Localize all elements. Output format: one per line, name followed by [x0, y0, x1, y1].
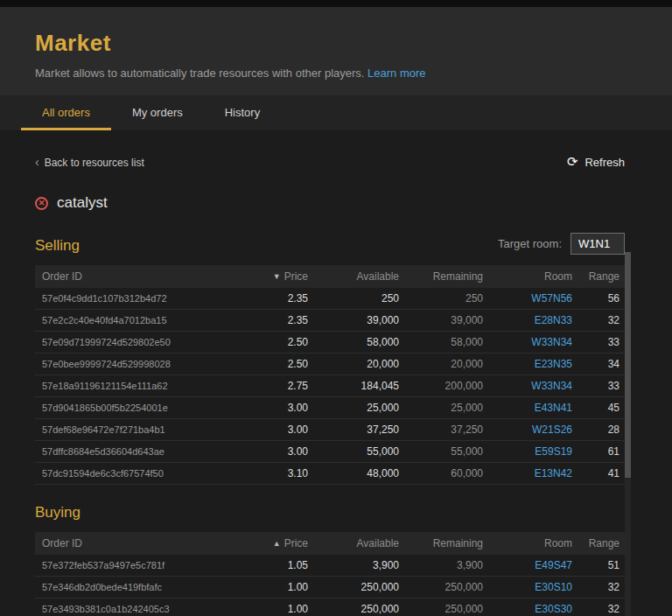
range-cell: 32 [574, 314, 625, 326]
price-cell: 1.00 [243, 581, 310, 593]
catalyst-icon: ✕ [35, 197, 48, 210]
remaining-cell: 20,000 [401, 358, 485, 370]
order-id-cell: 57d9041865b00f5b2254001e [35, 402, 243, 413]
room-cell: E28N33 [485, 314, 574, 326]
subtitle-text: Market allows to automatically trade res… [35, 66, 364, 80]
room-link[interactable]: W21S26 [532, 424, 572, 436]
toolbar-row: ‹Back to resources list ⟳ Refresh [35, 154, 625, 170]
remaining-cell: 250,000 [401, 603, 485, 615]
room-link[interactable]: E30S10 [535, 581, 572, 593]
order-id-cell: 57e0f4c9dd1c107b312b4d72 [35, 293, 243, 304]
price-cell: 3.00 [243, 402, 310, 414]
room-link[interactable]: E13N42 [535, 467, 572, 480]
resource-row: ✕ catalyst [35, 194, 625, 212]
available-cell: 250,000 [310, 581, 401, 593]
room-cell: W33N34 [485, 336, 574, 348]
content-area: ‹Back to resources list ⟳ Refresh ✕ cata… [0, 154, 672, 616]
available-cell: 39,000 [310, 314, 401, 326]
available-cell: 3,900 [310, 559, 401, 571]
room-cell: E13N42 [485, 467, 574, 480]
table-row: 57e2c2c40e40fd4a7012ba15 2.35 39,000 39,… [35, 310, 625, 332]
range-cell: 33 [574, 380, 625, 392]
selling-title: Selling [35, 237, 80, 255]
sort-caret-icon: ▼ [273, 272, 281, 281]
page-title: Market [35, 30, 637, 57]
table-row: 57e0bee9999724d529998028 2.50 20,000 20,… [35, 354, 625, 375]
range-cell: 41 [574, 467, 625, 480]
room-cell: E30S10 [485, 581, 574, 593]
chevron-left-icon: ‹ [35, 155, 39, 169]
room-cell: E23N35 [485, 358, 574, 370]
selling-table-header: Order ID ▼Price Available Remaining Room… [35, 265, 625, 288]
column-header-remaining: Remaining [401, 270, 485, 283]
scrollbar-thumb[interactable] [625, 252, 631, 478]
order-id-cell: 57e09d71999724d529802e50 [35, 337, 243, 347]
order-id-cell: 57e0bee9999724d529998028 [35, 359, 243, 369]
room-cell: W21S26 [485, 424, 574, 436]
price-cell: 2.35 [243, 292, 310, 304]
available-cell: 37,250 [310, 424, 401, 436]
room-cell: E49S47 [485, 559, 574, 571]
room-link[interactable]: W33N34 [531, 336, 572, 348]
column-header-available: Available [310, 270, 401, 283]
vertical-scrollbar[interactable] [625, 252, 631, 616]
price-cell: 2.75 [243, 380, 310, 392]
table-row: 57e346db2d0bede419fbfafc 1.00 250,000 25… [35, 577, 625, 598]
room-cell: W57N56 [485, 292, 574, 304]
column-header-room: Room [485, 537, 574, 550]
back-link-label: Back to resources list [45, 157, 144, 169]
target-room-input[interactable] [570, 233, 625, 255]
available-cell: 250,000 [310, 603, 401, 615]
room-link[interactable]: W57N56 [531, 292, 572, 304]
top-strip [0, 0, 672, 7]
order-id-cell: 57e3493b381c0a1b242405c3 [35, 604, 243, 614]
order-id-cell: 57def68e96472e7f271ba4b1 [35, 424, 243, 435]
range-cell: 33 [574, 336, 625, 348]
column-header-price[interactable]: ▲Price [243, 537, 310, 550]
learn-more-link[interactable]: Learn more [368, 66, 425, 80]
remaining-cell: 55,000 [401, 445, 485, 458]
room-link[interactable]: W33N34 [531, 380, 572, 392]
price-cell: 3.00 [243, 424, 310, 436]
price-cell: 2.50 [243, 336, 310, 348]
order-id-cell: 57e346db2d0bede419fbfafc [35, 582, 243, 592]
range-cell: 56 [574, 292, 625, 304]
range-cell: 32 [574, 603, 625, 615]
table-row: 57def68e96472e7f271ba4b1 3.00 37,250 37,… [35, 419, 625, 441]
tab-bar: All orders My orders History [0, 95, 672, 131]
tab-all-orders[interactable]: All orders [21, 95, 111, 130]
table-row: 57e372feb537a9497e5c781f 1.05 3,900 3,90… [35, 555, 625, 577]
room-link[interactable]: E23N35 [535, 358, 572, 370]
order-id-cell: 57dffc8684e5d36604d643ae [35, 446, 243, 457]
price-cell: 3.00 [243, 445, 310, 458]
target-room-label: Target room: [498, 237, 562, 250]
back-to-resources-link[interactable]: ‹Back to resources list [35, 155, 144, 169]
refresh-icon: ⟳ [567, 154, 578, 170]
tab-history[interactable]: History [204, 95, 281, 130]
table-row: 57d9041865b00f5b2254001e 3.00 25,000 25,… [35, 397, 625, 419]
buying-table-header: Order ID ▲Price Available Remaining Room… [35, 532, 625, 555]
available-cell: 184,045 [310, 380, 401, 392]
room-link[interactable]: E49S47 [535, 559, 572, 571]
column-header-price[interactable]: ▼Price [243, 270, 310, 283]
refresh-button[interactable]: ⟳ Refresh [567, 154, 625, 170]
remaining-cell: 3,900 [401, 559, 485, 571]
room-link[interactable]: E28N33 [535, 314, 572, 326]
room-link[interactable]: E43N41 [535, 402, 572, 414]
resource-name: catalyst [57, 194, 108, 212]
remaining-cell: 58,000 [401, 336, 485, 348]
tab-my-orders[interactable]: My orders [111, 95, 204, 130]
price-header-label: Price [284, 270, 308, 283]
available-cell: 55,000 [310, 445, 401, 458]
target-room-group: Target room: [498, 233, 625, 255]
remaining-cell: 250,000 [401, 581, 485, 593]
order-id-cell: 57e18a91196121154e111a62 [35, 381, 243, 391]
room-cell: W33N34 [485, 380, 574, 392]
column-header-range: Range [574, 537, 625, 550]
room-link[interactable]: E59S19 [535, 445, 572, 458]
selling-section-header: Selling Target room: [35, 233, 625, 255]
price-header-label: Price [284, 537, 308, 550]
available-cell: 58,000 [310, 336, 401, 348]
table-row: 57e09d71999724d529802e50 2.50 58,000 58,… [35, 332, 625, 354]
room-link[interactable]: E30S30 [535, 603, 572, 615]
